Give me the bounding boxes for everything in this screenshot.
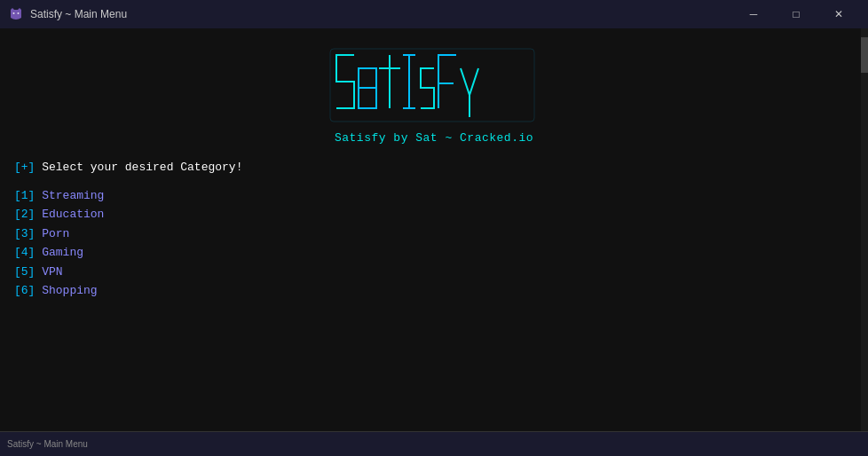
menu-num-3: [3] <box>14 224 35 243</box>
menu-content: [+] Select your desired Category! [1] St… <box>14 157 854 304</box>
logo-subtitle: Satisfy by Sat ~ Cracked.io <box>335 131 533 145</box>
menu-label-5: VPN <box>35 263 62 281</box>
window-controls: ─ □ ✕ <box>733 0 859 28</box>
maximize-button[interactable]: □ <box>776 0 817 28</box>
app-icon <box>9 7 23 21</box>
menu-num-5: [5] <box>14 263 35 281</box>
logo-area: Satisfy by Sat ~ Cracked.io <box>14 46 854 145</box>
menu-item-4[interactable]: [4] Gaming <box>14 243 854 262</box>
logo-svg <box>327 46 541 126</box>
minimize-button[interactable]: ─ <box>733 0 774 28</box>
menu-item-2[interactable]: [2] Education <box>14 205 854 224</box>
window-title: Satisfy ~ Main Menu <box>30 8 127 20</box>
prompt-bracket: [+] <box>14 161 35 174</box>
svg-rect-11 <box>330 49 534 122</box>
svg-point-0 <box>13 12 15 14</box>
menu-item-3[interactable]: [3] Porn <box>14 224 854 243</box>
prompt-text: Select your desired Category! <box>35 161 242 174</box>
taskbar: Satisfy ~ Main Menu <box>0 431 868 456</box>
menu-label-2: Education <box>35 205 104 224</box>
close-button[interactable]: ✕ <box>818 0 859 28</box>
menu-num-2: [2] <box>14 205 35 224</box>
title-bar-left: Satisfy ~ Main Menu <box>9 7 127 21</box>
menu-num-6: [6] <box>14 281 35 300</box>
svg-point-1 <box>18 12 20 14</box>
menu-num-4: [4] <box>14 243 35 262</box>
title-bar: Satisfy ~ Main Menu ─ □ ✕ <box>0 0 868 28</box>
menu-num-1: [1] <box>14 186 35 205</box>
menu-item-5[interactable]: [5] VPN <box>14 263 854 281</box>
menu-label-4: Gaming <box>35 243 83 262</box>
menu-label-3: Porn <box>35 224 69 243</box>
scrollbar[interactable] <box>861 28 868 431</box>
menu-label-6: Shopping <box>35 281 97 300</box>
taskbar-item: Satisfy ~ Main Menu <box>7 439 88 449</box>
scrollbar-thumb[interactable] <box>861 37 868 73</box>
menu-item-6[interactable]: [6] Shopping <box>14 281 854 300</box>
menu-item-1[interactable]: [1] Streaming <box>14 186 854 205</box>
menu-label-1: Streaming <box>35 186 104 205</box>
prompt-line: [+] Select your desired Category! <box>14 161 854 174</box>
main-content: Satisfy by Sat ~ Cracked.io [+] Select y… <box>0 28 868 431</box>
